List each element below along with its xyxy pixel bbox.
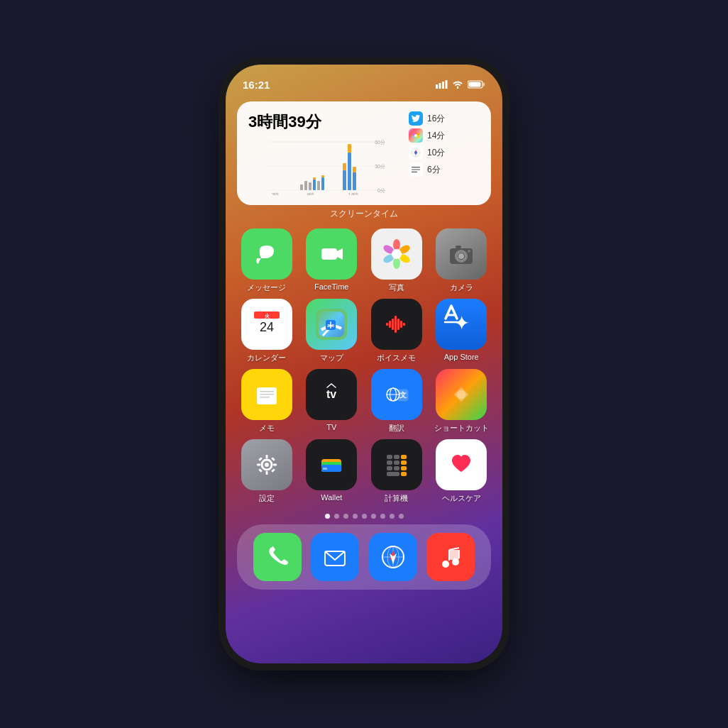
photos-time: 14分 (427, 130, 445, 142)
app-wallet[interactable]: Wallet (299, 439, 365, 504)
status-icons (436, 80, 485, 89)
svg-rect-29 (353, 167, 356, 172)
app-calendar[interactable]: 火 24 カレンダー (234, 299, 299, 363)
svg-text:2時: 2時 (272, 192, 280, 195)
app-camera[interactable]: カメラ (429, 228, 495, 293)
svg-rect-49 (321, 248, 337, 260)
calculator-label: 計算機 (385, 493, 408, 504)
app-appstore[interactable]: ✦ App Store (429, 299, 495, 363)
app-calculator[interactable]: 計算機 (364, 439, 429, 504)
svg-rect-122 (394, 460, 399, 465)
page-dot-1[interactable] (325, 514, 330, 519)
svg-rect-80 (400, 321, 402, 328)
svg-rect-25 (343, 163, 346, 170)
page-dot-9[interactable] (399, 514, 404, 519)
svg-rect-17 (304, 181, 307, 190)
svg-rect-22 (321, 177, 324, 190)
svg-rect-128 (401, 472, 407, 476)
app-voicememo[interactable]: ボイスメモ (364, 299, 429, 363)
page-dot-6[interactable] (371, 514, 376, 519)
facetime-label: FaceTime (314, 282, 349, 291)
page-dot-7[interactable] (380, 514, 385, 519)
svg-rect-125 (394, 466, 399, 470)
svg-rect-18 (309, 182, 311, 190)
svg-rect-77 (392, 319, 394, 330)
appstore-icon: ✦ (436, 299, 487, 350)
app-shortcuts[interactable]: ショートカット (429, 369, 495, 434)
svg-rect-6 (469, 82, 481, 87)
svg-rect-89 (260, 391, 274, 392)
svg-text:火: 火 (263, 313, 270, 319)
svg-rect-120 (401, 455, 407, 459)
svg-text:30分: 30分 (375, 164, 385, 169)
svg-rect-81 (403, 323, 405, 326)
settings-icon (241, 439, 292, 490)
calculator-icon (371, 439, 422, 490)
page-dot-3[interactable] (343, 514, 348, 519)
wifi-icon (452, 80, 463, 89)
app-grid: メッセージ FaceTime (226, 226, 502, 507)
dock-safari-icon[interactable] (369, 533, 417, 581)
svg-rect-116 (323, 468, 327, 470)
svg-rect-79 (397, 319, 399, 330)
svg-rect-27 (348, 144, 351, 153)
svg-rect-45 (412, 169, 420, 170)
svg-text:14時: 14時 (348, 192, 359, 195)
app-settings[interactable]: 設定 (234, 439, 299, 504)
app-messages[interactable]: メッセージ (234, 228, 299, 293)
status-bar: 16:21 (226, 65, 502, 96)
notes-icon (241, 369, 292, 420)
screen-time-widget[interactable]: 3時間39分 60分 30分 0分 2時 (237, 101, 491, 205)
page-dot-2[interactable] (334, 514, 339, 519)
safari-time: 10分 (427, 147, 445, 159)
facetime-icon (306, 228, 357, 280)
page-dot-5[interactable] (362, 514, 367, 519)
svg-point-137 (442, 561, 449, 568)
app-maps[interactable]: 280 マップ (299, 299, 365, 363)
page-dot-4[interactable] (353, 514, 358, 519)
twitter-icon (409, 111, 423, 126)
svg-text:文: 文 (399, 391, 407, 399)
svg-rect-76 (389, 321, 391, 328)
camera-label: カメラ (450, 282, 473, 293)
svg-rect-107 (273, 464, 277, 466)
svg-rect-64 (456, 246, 461, 248)
svg-point-63 (458, 253, 464, 259)
app-photos[interactable]: 写真 (364, 228, 429, 293)
health-label: ヘルスケア (442, 493, 481, 504)
svg-rect-91 (260, 397, 270, 398)
app-notes[interactable]: メモ (234, 369, 299, 434)
svg-rect-16 (300, 184, 303, 190)
voicememo-icon (371, 299, 422, 350)
dock-music-icon[interactable] (426, 533, 475, 581)
svg-text:24: 24 (260, 320, 274, 334)
chart-wrapper: 60分 30分 0分 2時 8時 14時 (248, 138, 402, 195)
svg-rect-123 (401, 460, 407, 465)
dock-mail-icon[interactable] (311, 533, 359, 581)
svg-rect-126 (401, 466, 407, 470)
app-translate[interactable]: 文 翻訳 (364, 369, 429, 434)
maps-label: マップ (320, 353, 343, 363)
svg-rect-108 (258, 457, 263, 461)
messages-icon (241, 228, 292, 280)
health-icon (436, 439, 487, 490)
reminders-time: 6分 (427, 164, 441, 176)
svg-text:8時: 8時 (307, 192, 315, 195)
svg-text:60分: 60分 (375, 140, 385, 145)
dock-phone-icon[interactable] (253, 533, 302, 581)
safari-mini-icon (409, 145, 423, 160)
svg-point-52 (393, 239, 400, 250)
status-time: 16:21 (243, 79, 270, 91)
svg-text:tv: tv (326, 388, 336, 400)
svg-rect-19 (313, 180, 316, 190)
svg-point-65 (468, 250, 470, 253)
app-tv[interactable]: tv TV (299, 369, 365, 434)
page-dots (226, 514, 502, 519)
svg-rect-23 (321, 175, 324, 177)
svg-rect-88 (257, 387, 277, 404)
app-facetime[interactable]: FaceTime (299, 228, 365, 293)
tv-icon: tv (306, 369, 357, 420)
app-health[interactable]: ヘルスケア (429, 439, 495, 504)
page-dot-8[interactable] (390, 514, 395, 519)
svg-rect-2 (442, 82, 444, 89)
